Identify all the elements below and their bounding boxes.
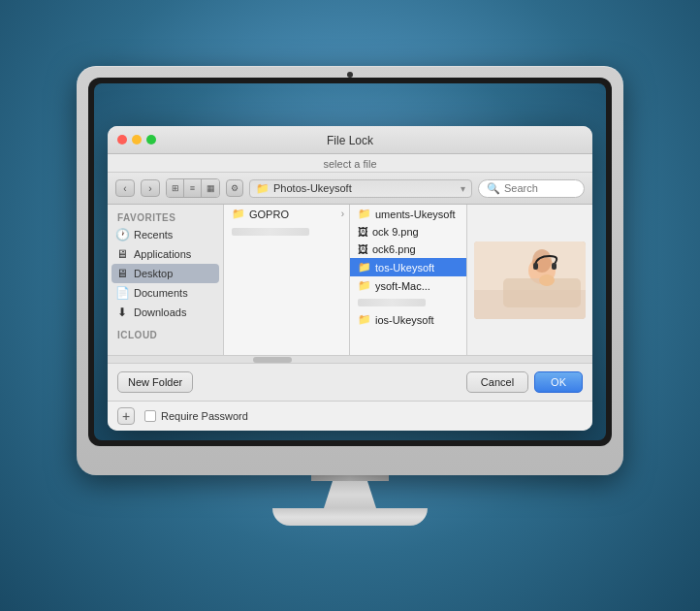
- add-button[interactable]: +: [117, 407, 135, 425]
- col-item-text: GOPRO: [249, 209, 289, 220]
- search-icon: 🔍: [487, 182, 500, 195]
- stand-connector: [311, 475, 389, 481]
- app-window: File Lock select a file ‹ ›: [108, 126, 592, 431]
- window-controls: [117, 135, 156, 145]
- recents-icon: 🕐: [115, 228, 129, 241]
- maximize-button[interactable]: [146, 135, 156, 145]
- action-button[interactable]: ⚙: [226, 179, 243, 197]
- stand-neck: [321, 481, 379, 508]
- arrow-icon: ›: [341, 209, 344, 219]
- require-password-row: Require Password: [144, 410, 248, 422]
- imac-camera: [347, 72, 353, 78]
- sidebar-downloads-label: Downloads: [134, 306, 186, 318]
- list-item[interactable]: [224, 223, 349, 241]
- preview-image: [474, 241, 586, 319]
- folder-icon: 📁: [358, 279, 371, 292]
- downloads-icon: ⬇: [115, 306, 129, 319]
- col-item-text: ock 9.png: [372, 226, 419, 238]
- sidebar-applications-label: Applications: [134, 248, 191, 260]
- minimize-button[interactable]: [132, 135, 142, 145]
- list-item[interactable]: 📁 ysoft-Mac... ›: [350, 276, 466, 295]
- folder-icon: 📁: [358, 313, 371, 326]
- forward-button[interactable]: ›: [141, 179, 160, 197]
- column-1: 📁 GOPRO ›: [224, 205, 350, 355]
- sidebar-item-documents[interactable]: 📄 Documents: [108, 283, 223, 303]
- column-2: 📁 uments-Ukeysoft › 🖼 ock 9.png: [350, 205, 466, 355]
- list-item[interactable]: 📁 GOPRO ›: [224, 205, 349, 223]
- preview-pane: [466, 205, 592, 355]
- view-group: ⊞ ≡ ▦: [166, 178, 220, 198]
- applications-icon: 🖥: [115, 247, 129, 261]
- btn-group: Cancel OK: [466, 371, 583, 393]
- finder-sidebar: Favorites 🕐 Recents 🖥 Applications: [108, 205, 224, 355]
- close-button[interactable]: [117, 135, 127, 145]
- require-password-checkbox[interactable]: [144, 410, 156, 422]
- svg-rect-7: [552, 263, 557, 270]
- sidebar-documents-label: Documents: [134, 287, 188, 299]
- dialog-buttons: New Folder Cancel OK: [108, 363, 592, 401]
- col-item-text: tos-Ukeysoft: [375, 262, 434, 273]
- folder-icon: 📁: [358, 261, 371, 273]
- location-dropdown-icon: ▾: [461, 183, 465, 194]
- sidebar-recents-label: Recents: [134, 229, 173, 241]
- imac-screen-outer: File Lock select a file ‹ ›: [77, 66, 623, 475]
- app-bottom: + Require Password: [108, 401, 592, 431]
- sidebar-desktop-label: Desktop: [134, 268, 173, 279]
- svg-rect-6: [533, 263, 538, 270]
- list-item[interactable]: 📁 uments-Ukeysoft ›: [350, 205, 466, 223]
- finder-dialog: select a file ‹ › ⊞ ≡ ▦ ⚙: [108, 154, 592, 401]
- finder-body: Favorites 🕐 Recents 🖥 Applications: [108, 205, 592, 355]
- icon-view-button[interactable]: ⊞: [167, 179, 184, 197]
- sidebar-item-applications[interactable]: 🖥 Applications: [108, 244, 223, 264]
- col-item-text: ysoft-Mac...: [375, 280, 430, 292]
- app-titlebar: File Lock: [108, 126, 592, 154]
- folder-icon: 📁: [358, 208, 371, 220]
- col-item-text: ios-Ukeysoft: [375, 314, 434, 326]
- sidebar-item-downloads[interactable]: ⬇ Downloads: [108, 303, 223, 322]
- back-button[interactable]: ‹: [115, 179, 135, 197]
- list-item[interactable]: ›: [350, 295, 466, 310]
- imac-screen-inner: File Lock select a file ‹ ›: [94, 83, 606, 440]
- folder-icon: 📁: [232, 208, 245, 220]
- location-text: Photos-Ukeysoft: [273, 182, 352, 194]
- list-item[interactable]: 🖼 ock 9.png: [350, 223, 466, 241]
- column-view-button[interactable]: ▦: [202, 179, 219, 197]
- col-item-text: uments-Ukeysoft: [375, 209, 456, 220]
- col-item-text: ock6.png: [372, 243, 416, 255]
- ok-button[interactable]: OK: [534, 371, 583, 393]
- app-title: File Lock: [327, 134, 373, 147]
- location-bar[interactable]: 📁 Photos-Ukeysoft ▾: [249, 179, 472, 198]
- file-icon: 🖼: [358, 243, 368, 255]
- list-view-button[interactable]: ≡: [184, 179, 202, 197]
- folder-icon: 📁: [256, 182, 270, 195]
- svg-point-5: [539, 274, 555, 286]
- stand-base: [272, 508, 428, 526]
- sidebar-item-desktop[interactable]: 🖥 Desktop: [111, 264, 219, 283]
- desktop-icon: 🖥: [115, 267, 129, 280]
- new-folder-button[interactable]: New Folder: [117, 371, 193, 393]
- search-input[interactable]: [504, 182, 582, 194]
- imac-wrapper: File Lock select a file ‹ ›: [77, 66, 623, 526]
- finder-scrollbar: [108, 355, 592, 363]
- finder-topbar: ‹ › ⊞ ≡ ▦ ⚙ 📁 Photos-Ukeysoft: [108, 173, 592, 205]
- file-icon: 🖼: [358, 226, 368, 238]
- list-item[interactable]: 🖼 ock6.png: [350, 241, 466, 258]
- sidebar-item-recents[interactable]: 🕐 Recents: [108, 225, 223, 244]
- finder-columns: 📁 GOPRO ›: [224, 205, 466, 355]
- cancel-button[interactable]: Cancel: [466, 371, 528, 393]
- dialog-subtitle: select a file: [323, 158, 376, 170]
- list-item[interactable]: 📁 ios-Ukeysoft ›: [350, 310, 466, 329]
- search-bar[interactable]: 🔍: [478, 179, 585, 198]
- require-password-label: Require Password: [161, 410, 248, 422]
- imac-screen-bezel: File Lock select a file ‹ ›: [88, 78, 612, 446]
- documents-icon: 📄: [115, 286, 129, 300]
- icloud-label: iCloud: [108, 328, 223, 342]
- list-item-selected[interactable]: 📁 tos-Ukeysoft ›: [350, 258, 466, 276]
- favorites-label: Favorites: [108, 210, 223, 225]
